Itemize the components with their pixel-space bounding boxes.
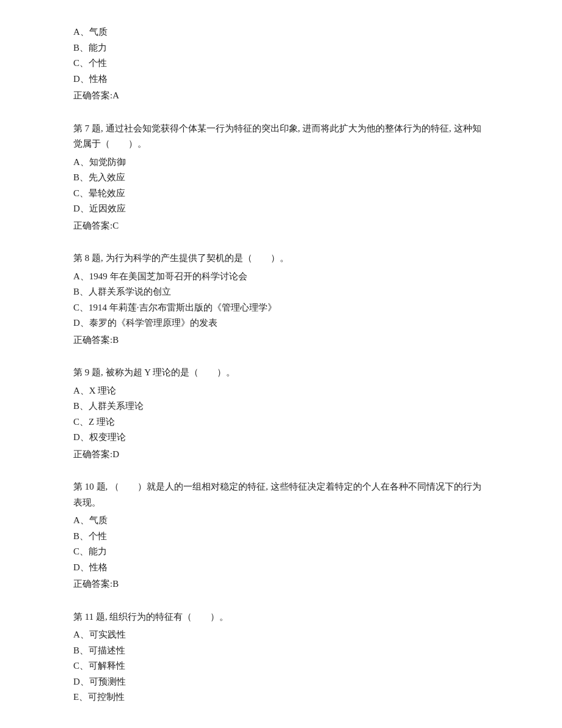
option-item: D、权变理论 xyxy=(73,430,489,446)
answer: 正确答案:C xyxy=(73,218,489,234)
option-item: C、能力 xyxy=(73,544,489,560)
option-item: C、1914 年莉莲·吉尔布雷斯出版的《管理心理学》 xyxy=(73,300,489,316)
question-text-11: 第 11 题, 组织行为的特征有（ ）。 xyxy=(73,609,489,625)
question-text-9: 第 9 题, 被称为超 Y 理论的是（ ）。 xyxy=(73,365,489,381)
options-10: A、气质 B、个性 C、能力 D、性格 xyxy=(73,513,489,575)
option-item: A、气质 xyxy=(73,24,489,40)
options-11: A、可实践性 B、可描述性 C、可解释性 D、可预测性 E、可控制性 xyxy=(73,627,489,705)
option-item: D、近因效应 xyxy=(73,201,489,217)
question-block-7: 第 7 题, 通过社会知觉获得个体某一行为特征的突出印象, 进而将此扩大为他的整… xyxy=(73,121,489,234)
options-7: A、知觉防御 B、先入效应 C、晕轮效应 D、近因效应 xyxy=(73,155,489,217)
question-text-8: 第 8 题, 为行为科学的产生提供了契机的是（ ）。 xyxy=(73,251,489,267)
question-block-prev: A、气质 B、能力 C、个性 D、性格 正确答案:A xyxy=(73,24,489,104)
question-text-7: 第 7 题, 通过社会知觉获得个体某一行为特征的突出印象, 进而将此扩大为他的整… xyxy=(73,121,489,152)
option-item: B、个性 xyxy=(73,529,489,545)
question-text-10: 第 10 题, （ ）就是人的一组相对稳定的特征, 这些特征决定着特定的个人在各… xyxy=(73,479,489,510)
option-item: C、可解释性 xyxy=(73,658,489,674)
question-block-11: 第 11 题, 组织行为的特征有（ ）。 A、可实践性 B、可描述性 C、可解释… xyxy=(73,609,489,705)
option-item: B、能力 xyxy=(73,40,489,56)
option-item: D、可预测性 xyxy=(73,674,489,690)
option-item: A、1949 年在美国芝加哥召开的科学讨论会 xyxy=(73,269,489,285)
option-item: B、可描述性 xyxy=(73,643,489,659)
answer: 正确答案:A xyxy=(73,88,489,104)
option-item: C、Z 理论 xyxy=(73,414,489,430)
answer: 正确答案:D xyxy=(73,447,489,463)
option-item: D、性格 xyxy=(73,560,489,576)
question-block-9: 第 9 题, 被称为超 Y 理论的是（ ）。 A、X 理论 B、人群关系理论 C… xyxy=(73,365,489,462)
option-item: D、泰罗的《科学管理原理》的发表 xyxy=(73,315,489,331)
option-item: C、个性 xyxy=(73,56,489,72)
answer: 正确答案:B xyxy=(73,576,489,592)
option-item: D、性格 xyxy=(73,72,489,87)
question-list: A、气质 B、能力 C、个性 D、性格 正确答案:A 第 7 题, 通过社会知觉… xyxy=(73,24,489,705)
option-item: B、人群关系理论 xyxy=(73,399,489,414)
answer: 正确答案:B xyxy=(73,333,489,348)
options-prev: A、气质 B、能力 C、个性 D、性格 xyxy=(73,24,489,87)
option-item: A、气质 xyxy=(73,513,489,529)
option-item: B、人群关系学说的创立 xyxy=(73,284,489,300)
option-item: B、先入效应 xyxy=(73,170,489,186)
option-item: E、可控制性 xyxy=(73,689,489,705)
option-item: A、X 理论 xyxy=(73,383,489,399)
option-item: A、知觉防御 xyxy=(73,155,489,171)
question-block-8: 第 8 题, 为行为科学的产生提供了契机的是（ ）。 A、1949 年在美国芝加… xyxy=(73,251,489,348)
option-item: A、可实践性 xyxy=(73,627,489,643)
option-item: C、晕轮效应 xyxy=(73,186,489,202)
options-9: A、X 理论 B、人群关系理论 C、Z 理论 D、权变理论 xyxy=(73,383,489,446)
options-8: A、1949 年在美国芝加哥召开的科学讨论会 B、人群关系学说的创立 C、191… xyxy=(73,269,489,331)
question-block-10: 第 10 题, （ ）就是人的一组相对稳定的特征, 这些特征决定着特定的个人在各… xyxy=(73,479,489,592)
